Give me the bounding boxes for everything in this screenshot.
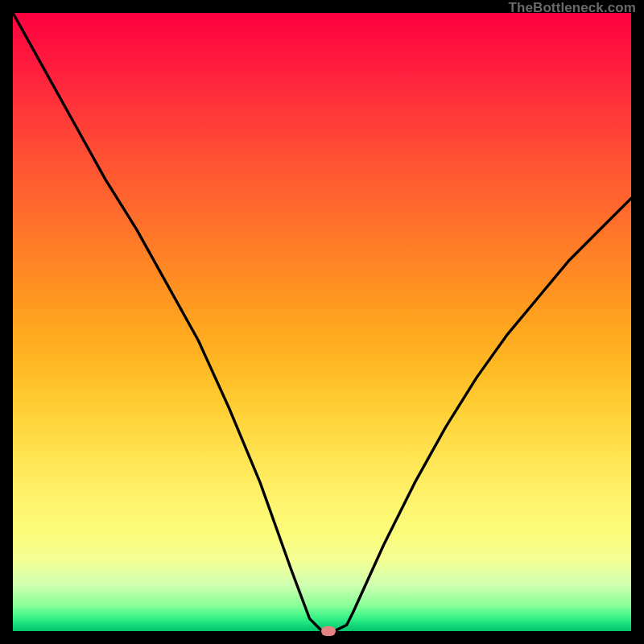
chart-frame: TheBottleneck.com: [0, 0, 644, 644]
optimal-point-marker: [321, 626, 336, 636]
watermark-label: TheBottleneck.com: [508, 0, 636, 16]
bottleneck-curve: [13, 13, 631, 631]
